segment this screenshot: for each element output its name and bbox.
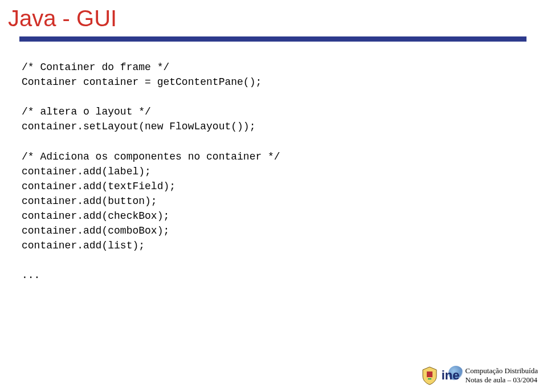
ine-logo: ine [442, 368, 460, 383]
slide-title: Java - GUI [8, 6, 117, 31]
code-line: /* Adiciona os componentes no container … [22, 151, 280, 162]
code-line: container.add(label); [22, 166, 151, 177]
title-underline [19, 36, 526, 42]
code-line: /* Container do frame */ [22, 62, 169, 73]
code-line: /* altera o layout */ [22, 106, 151, 117]
ine-logo-text: ine [442, 368, 460, 383]
svg-rect-1 [428, 378, 431, 379]
footer-text: Computação Distribuída Notas de aula – 0… [466, 366, 538, 385]
code-line: container.add(checkBox); [22, 210, 169, 222]
crest-icon [421, 366, 438, 385]
code-line: container.add(comboBox); [22, 225, 169, 236]
footer-logos: ine [421, 366, 460, 385]
svg-rect-0 [427, 371, 432, 377]
code-line: ... [22, 270, 40, 281]
code-line: container.add(list); [22, 240, 145, 251]
slide-footer: ine Computação Distribuída Notas de aula… [421, 366, 538, 385]
code-line: container.setLayout(new FlowLayout()); [22, 121, 255, 132]
code-line: Container container = getContentPane(); [22, 76, 262, 88]
code-block: /* Container do frame */ Container conta… [22, 60, 280, 283]
code-line: container.add(textField); [22, 181, 175, 192]
footer-line-1: Computação Distribuída [466, 366, 538, 375]
slide-container: Java - GUI /* Container do frame */ Cont… [0, 0, 547, 392]
code-line: container.add(button); [22, 195, 157, 207]
footer-line-2: Notas de aula – 03/2004 [466, 375, 538, 385]
